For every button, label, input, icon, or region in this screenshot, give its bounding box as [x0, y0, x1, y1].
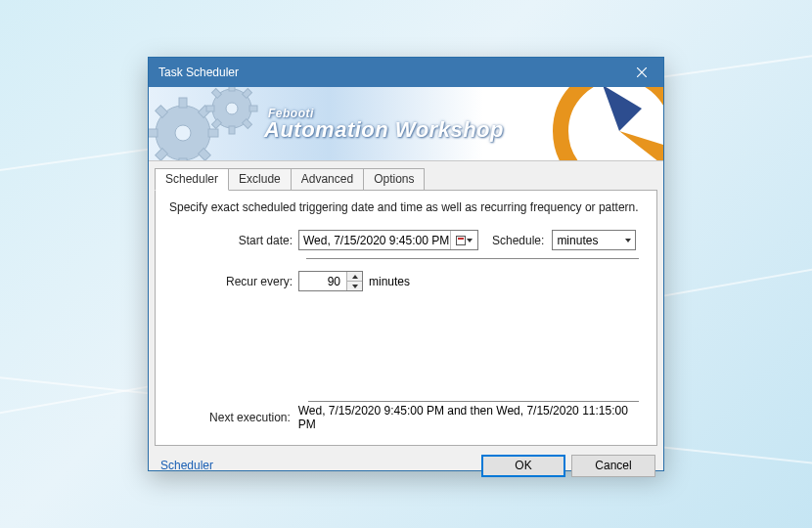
svg-rect-5	[179, 158, 187, 161]
schedule-select[interactable]: minutes	[552, 230, 636, 250]
dialog-footer: Scheduler OK Cancel	[149, 446, 663, 485]
schedule-label: Schedule:	[492, 234, 544, 247]
svg-rect-7	[208, 129, 218, 137]
task-scheduler-dialog: Task Scheduler	[148, 57, 664, 471]
tab-scheduler[interactable]: Scheduler	[155, 168, 229, 191]
spinner-up-button[interactable]	[347, 272, 362, 282]
svg-rect-14	[229, 87, 235, 91]
chevron-down-icon	[625, 239, 631, 242]
start-date-label: Start date:	[169, 234, 293, 247]
start-date-value: Wed, 7/15/2020 9:45:00 PM	[303, 234, 450, 247]
window-title: Task Scheduler	[158, 66, 619, 79]
tab-exclude[interactable]: Exclude	[228, 168, 292, 191]
ok-button[interactable]: OK	[481, 455, 565, 477]
svg-rect-4	[179, 98, 187, 108]
separator	[306, 258, 639, 259]
tab-panel-scheduler: Specify exact scheduled triggering date …	[155, 190, 657, 446]
schedule-value: minutes	[557, 234, 625, 247]
recur-value: 90	[299, 272, 346, 290]
chevron-down-icon	[352, 285, 358, 288]
tab-options[interactable]: Options	[363, 168, 425, 191]
svg-rect-6	[149, 129, 158, 137]
svg-point-13	[226, 103, 238, 114]
svg-rect-15	[229, 126, 235, 134]
tab-bar: Scheduler Exclude Advanced Options	[155, 168, 657, 191]
svg-point-3	[175, 125, 191, 141]
recur-unit-label: minutes	[369, 275, 410, 288]
chevron-down-icon	[467, 239, 473, 242]
date-picker-button[interactable]	[450, 231, 477, 249]
scheduler-help-link[interactable]: Scheduler	[160, 459, 213, 472]
banner-title: Automation Workshop	[264, 117, 504, 143]
tab-advanced[interactable]: Advanced	[291, 168, 364, 191]
banner-text: Febooti Automation Workshop	[264, 107, 504, 143]
next-execution-value: Wed, 7/15/2020 9:45:00 PM and then Wed, …	[298, 404, 643, 431]
tab-description: Specify exact scheduled triggering date …	[169, 200, 643, 214]
start-date-input[interactable]: Wed, 7/15/2020 9:45:00 PM	[298, 230, 478, 250]
recur-spinner[interactable]: 90	[298, 271, 363, 291]
banner: Febooti Automation Workshop	[149, 87, 663, 161]
titlebar[interactable]: Task Scheduler	[149, 58, 663, 87]
close-icon	[637, 67, 647, 77]
close-button[interactable]	[619, 58, 663, 87]
calendar-icon	[456, 236, 466, 245]
svg-rect-17	[249, 106, 257, 111]
clock-icon	[546, 87, 663, 161]
chevron-up-icon	[352, 275, 358, 279]
recur-label: Recur every:	[169, 275, 293, 288]
cancel-button[interactable]: Cancel	[571, 455, 655, 477]
separator	[308, 401, 639, 402]
spinner-down-button[interactable]	[347, 282, 362, 290]
next-execution-label: Next execution:	[169, 411, 291, 424]
svg-rect-16	[206, 106, 214, 111]
